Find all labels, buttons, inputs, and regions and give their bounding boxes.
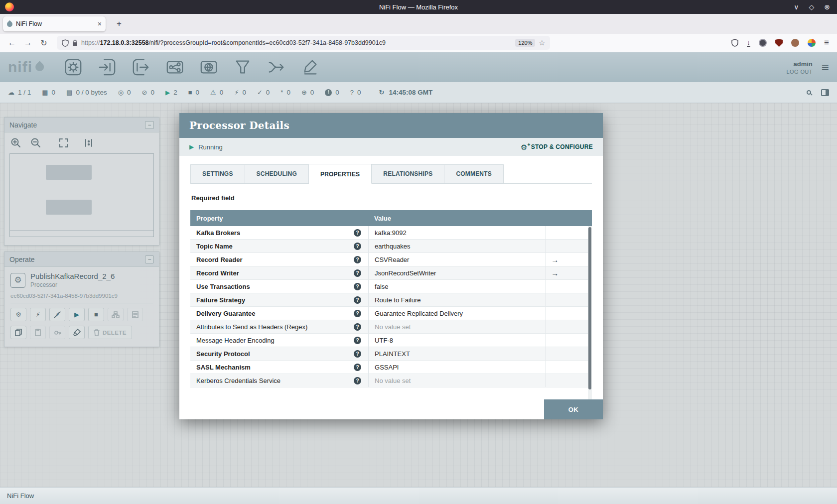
window-titlebar: NiFi Flow — Mozilla Firefox ∨ ◇ ⊗	[0, 0, 837, 14]
table-row[interactable]: Attributes to Send as Headers (Regex)? N…	[190, 320, 592, 334]
table-row[interactable]: Record Writer? JsonRecordSetWriter →	[190, 266, 592, 280]
lock-icon[interactable]	[72, 39, 78, 46]
tab-comments[interactable]: COMMENTS	[444, 164, 504, 183]
extension-pinwheel-icon[interactable]	[808, 39, 816, 47]
bookmark-star-icon[interactable]: ☆	[539, 39, 545, 47]
help-icon[interactable]: ?	[354, 269, 361, 277]
tab-settings[interactable]: SETTINGS	[190, 164, 245, 183]
help-icon[interactable]: ?	[354, 350, 361, 358]
process-group-component-icon[interactable]	[165, 58, 184, 77]
table-row[interactable]: Security Protocol? PLAINTEXT	[190, 347, 592, 361]
back-button[interactable]: ←	[5, 38, 19, 47]
go-to-service-icon[interactable]: →	[551, 269, 558, 277]
window-maximize-icon[interactable]: ◇	[809, 3, 814, 11]
column-header-value: Value	[368, 215, 592, 222]
table-row[interactable]: Delivery Guarantee? Guarantee Replicated…	[190, 307, 592, 320]
input-port-component-icon[interactable]	[98, 58, 117, 77]
downloads-icon[interactable]: ↓	[747, 39, 750, 47]
status-bar: ☁1 / 1 ▦0 ▤0 / 0 bytes ◎0 ⊘0 ▶2 ■0 ⚠0 ⚡0…	[0, 82, 837, 103]
breadcrumb-nifi-flow[interactable]: NiFi Flow	[7, 492, 34, 500]
help-icon[interactable]: ?	[354, 377, 361, 384]
property-name: Record Writer	[196, 269, 239, 277]
tracking-shield-icon[interactable]	[62, 39, 69, 47]
status-transmitting: ◎0	[118, 89, 131, 96]
ok-button[interactable]: OK	[544, 399, 603, 419]
table-row[interactable]: Failure Strategy? Route to Failure	[190, 293, 592, 307]
url-host: 172.18.0.3:32558	[100, 39, 149, 46]
funnel-component-icon[interactable]	[233, 58, 252, 77]
property-value[interactable]: CSVReader	[368, 253, 546, 266]
reload-button[interactable]: ↻	[37, 38, 51, 48]
property-value[interactable]: Route to Failure	[368, 293, 546, 306]
output-port-component-icon[interactable]	[132, 58, 150, 77]
component-toolbar	[64, 58, 320, 77]
url-text[interactable]: https://172.18.0.3:32558/nifi/?processGr…	[81, 39, 512, 46]
template-component-icon[interactable]	[267, 58, 286, 77]
ublock-extension-icon[interactable]	[775, 39, 783, 47]
tab-relationships[interactable]: RELATIONSHIPS	[372, 164, 444, 183]
window-minimize-icon[interactable]: ∨	[794, 3, 799, 11]
property-value[interactable]: Guarantee Replicated Delivery	[368, 307, 546, 320]
table-row[interactable]: Record Reader? CSVReader →	[190, 253, 592, 266]
property-value[interactable]: JsonRecordSetWriter	[368, 266, 546, 279]
queued-list-icon: ▤	[66, 89, 72, 96]
goto-cell	[546, 280, 588, 293]
help-icon[interactable]: ?	[354, 310, 361, 317]
account-icon[interactable]	[759, 39, 767, 47]
tab-scheduling[interactable]: SCHEDULING	[245, 164, 309, 183]
flow-canvas[interactable]: Navigate − Operate	[0, 103, 837, 487]
property-value[interactable]: PLAINTEXT	[368, 347, 546, 360]
table-row[interactable]: Kafka Brokers? kafka:9092	[190, 226, 592, 240]
property-value[interactable]: No value set	[368, 374, 546, 387]
status-value: 0	[357, 89, 361, 96]
new-tab-button[interactable]: +	[113, 19, 126, 29]
processor-component-icon[interactable]	[64, 58, 83, 77]
stop-and-configure-button[interactable]: ⚙ STOP & CONFIGURE	[521, 143, 593, 151]
window-close-icon[interactable]: ⊗	[824, 3, 830, 11]
help-icon[interactable]: ?	[354, 364, 361, 371]
tab-properties[interactable]: PROPERTIES	[309, 164, 372, 184]
help-icon[interactable]: ?	[354, 337, 361, 344]
dialog-title: Processor Details	[189, 120, 289, 131]
help-icon[interactable]: ?	[354, 283, 361, 290]
question-icon: ?	[350, 89, 354, 96]
url-bar[interactable]: https://172.18.0.3:32558/nifi/?processGr…	[57, 36, 550, 50]
help-icon[interactable]: ?	[354, 296, 361, 304]
username: admin	[787, 60, 813, 68]
property-value[interactable]: GSSAPI	[368, 361, 546, 374]
table-row[interactable]: Kerberos Credentials Service? No value s…	[190, 374, 592, 387]
app-menu-icon[interactable]: ≡	[824, 38, 829, 48]
property-value[interactable]: kafka:9092	[368, 226, 546, 239]
zoom-level-badge[interactable]: 120%	[515, 39, 535, 47]
table-row[interactable]: Topic Name? earthquakes	[190, 240, 592, 253]
table-row[interactable]: Use Transactions? false	[190, 280, 592, 293]
shield-extension-icon[interactable]	[731, 39, 738, 47]
property-value[interactable]: No value set	[368, 320, 546, 333]
dialog-body: SETTINGS SCHEDULING PROPERTIES RELATIONS…	[179, 164, 603, 401]
property-value[interactable]: UTF-8	[368, 334, 546, 347]
help-icon[interactable]: ?	[354, 256, 361, 263]
remote-process-group-component-icon[interactable]	[199, 58, 218, 77]
table-row[interactable]: Message Header Encoding? UTF-8	[190, 334, 592, 347]
property-value[interactable]: false	[368, 280, 546, 293]
status-total-queued: ▤0 / 0 bytes	[66, 89, 107, 96]
browser-tab[interactable]: NiFi Flow ×	[3, 16, 106, 31]
global-menu-icon[interactable]: ≡	[822, 61, 829, 74]
go-to-service-icon[interactable]: →	[551, 255, 558, 264]
help-icon[interactable]: ?	[354, 229, 361, 237]
profile-avatar-icon[interactable]	[791, 39, 799, 47]
logout-link[interactable]: LOG OUT	[787, 69, 813, 75]
refresh-icon[interactable]: ↻	[379, 89, 385, 96]
forward-button[interactable]: →	[21, 38, 35, 47]
property-value[interactable]: earthquakes	[368, 240, 546, 252]
help-icon[interactable]: ?	[354, 243, 361, 250]
search-icon[interactable]	[807, 90, 811, 95]
help-icon[interactable]: ?	[354, 323, 361, 331]
scrollbar-thumb[interactable]	[588, 227, 591, 389]
sidebar-toggle-icon[interactable]	[821, 89, 829, 96]
status-stopped: ■0	[188, 89, 199, 96]
table-scrollbar[interactable]	[588, 226, 592, 401]
label-component-icon[interactable]	[301, 58, 320, 77]
table-row[interactable]: SASL Mechanism? GSSAPI	[190, 361, 592, 374]
tab-close-icon[interactable]: ×	[98, 20, 102, 28]
